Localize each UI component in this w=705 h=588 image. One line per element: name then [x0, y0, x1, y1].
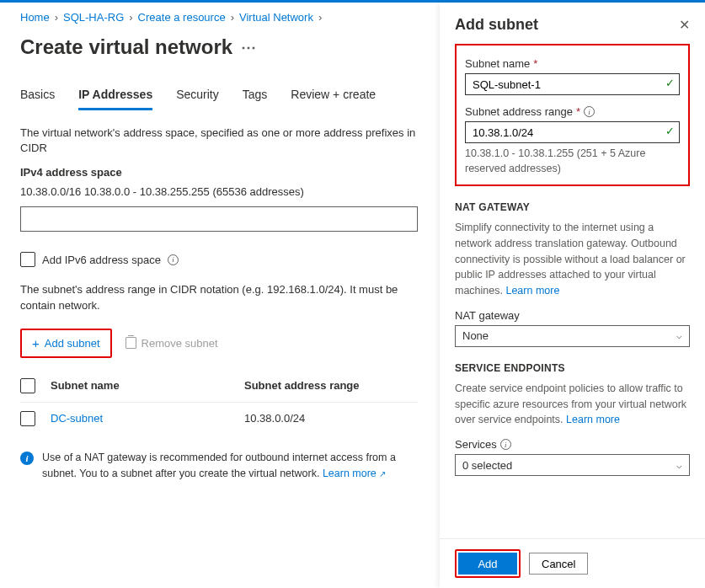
- column-subnet-range: Subnet address range: [244, 379, 418, 392]
- subnet-range-label: Subnet address range* i: [465, 105, 680, 118]
- add-button[interactable]: Add: [458, 553, 517, 575]
- breadcrumb-create-resource[interactable]: Create a resource: [138, 11, 226, 24]
- nat-gateway-description: Simplify connectivity to the internet us…: [455, 220, 690, 299]
- nat-gateway-select[interactable]: None ⌵: [455, 325, 690, 347]
- chevron-right-icon: ›: [129, 11, 132, 24]
- column-subnet-name: Subnet name: [51, 379, 244, 392]
- subnet-range-input[interactable]: [465, 121, 680, 143]
- services-select[interactable]: 0 selected ⌵: [455, 454, 690, 476]
- breadcrumb-vnet[interactable]: Virtual Network: [239, 11, 313, 24]
- add-subnet-panel: Add subnet ✕ Subnet name* ✓ Subnet addre…: [440, 3, 705, 588]
- external-link-icon: ↗: [379, 469, 386, 478]
- address-space-description: The virtual network's address space, spe…: [20, 126, 418, 156]
- table-row: DC-subnet 10.38.0.0/24: [20, 403, 418, 435]
- service-endpoints-heading: SERVICE ENDPOINTS: [455, 362, 690, 374]
- plus-icon: +: [32, 337, 40, 350]
- learn-more-link[interactable]: Learn more: [566, 414, 620, 425]
- info-icon[interactable]: i: [500, 439, 511, 450]
- ipv6-checkbox-label: Add IPv6 address space: [42, 254, 161, 266]
- chevron-down-icon: ⌵: [676, 460, 682, 471]
- nat-gateway-heading: NAT GATEWAY: [455, 201, 690, 213]
- tab-tags[interactable]: Tags: [243, 88, 268, 110]
- learn-more-link[interactable]: Learn more ↗: [323, 468, 386, 479]
- tabs: Basics IP Addresses Security Tags Review…: [20, 88, 418, 110]
- subnet-table: Subnet name Subnet address range DC-subn…: [20, 370, 418, 435]
- subnet-name-input[interactable]: [465, 73, 680, 95]
- nat-info-banner: i Use of a NAT gateway is recommended fo…: [20, 450, 418, 482]
- breadcrumb-rg[interactable]: SQL-HA-RG: [63, 11, 124, 24]
- breadcrumb-home[interactable]: Home: [20, 11, 50, 24]
- ipv4-address-row: 10.38.0.0/16 10.38.0.0 - 10.38.255.255 (…: [20, 185, 418, 198]
- cancel-button[interactable]: Cancel: [529, 553, 588, 575]
- info-icon: i: [20, 452, 34, 465]
- select-all-checkbox[interactable]: [20, 378, 35, 393]
- tab-ip-addresses[interactable]: IP Addresses: [78, 88, 152, 110]
- close-icon[interactable]: ✕: [679, 17, 690, 33]
- breadcrumb: Home › SQL-HA-RG › Create a resource › V…: [20, 11, 418, 24]
- subnet-description: The subnet's address range in CIDR notat…: [20, 282, 418, 313]
- chevron-down-icon: ⌵: [676, 330, 682, 341]
- chevron-right-icon: ›: [231, 11, 234, 24]
- row-checkbox[interactable]: [20, 411, 35, 426]
- subnet-range-cell: 10.38.0.0/24: [244, 412, 418, 425]
- tab-review-create[interactable]: Review + create: [291, 88, 376, 110]
- ipv6-checkbox[interactable]: [20, 252, 35, 267]
- info-icon[interactable]: i: [168, 254, 179, 265]
- more-icon[interactable]: ⋯: [241, 38, 256, 56]
- info-icon[interactable]: i: [584, 106, 595, 117]
- remove-subnet-button: Remove subnet: [126, 337, 218, 350]
- services-label: Services i: [455, 438, 690, 451]
- address-space-input[interactable]: [20, 206, 418, 232]
- service-endpoints-description: Create service endpoint policies to allo…: [455, 381, 690, 428]
- tab-basics[interactable]: Basics: [20, 88, 55, 110]
- subnet-link[interactable]: DC-subnet: [51, 412, 103, 425]
- tab-security[interactable]: Security: [176, 88, 219, 110]
- chevron-right-icon: ›: [318, 11, 322, 24]
- subnet-range-hint: 10.38.1.0 - 10.38.1.255 (251 + 5 Azure r…: [465, 147, 680, 176]
- learn-more-link[interactable]: Learn more: [505, 285, 559, 297]
- trash-icon: [126, 337, 136, 349]
- chevron-right-icon: ›: [55, 11, 58, 24]
- panel-title: Add subnet: [455, 16, 538, 34]
- page-title: Create virtual network ⋯: [20, 35, 418, 59]
- nat-gateway-field-label: NAT gateway: [455, 309, 690, 322]
- ipv4-label: IPv4 address space: [20, 166, 418, 179]
- add-subnet-button[interactable]: + Add subnet: [24, 332, 109, 355]
- subnet-name-label: Subnet name*: [465, 57, 680, 70]
